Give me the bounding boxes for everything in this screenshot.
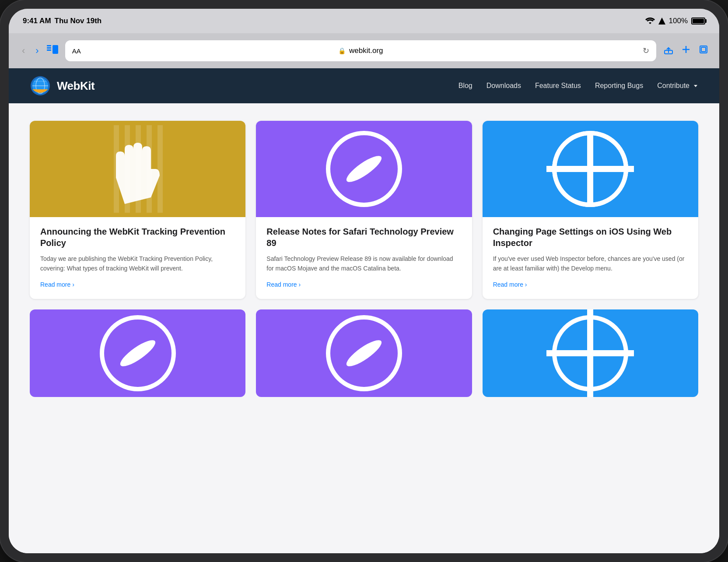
refresh-button[interactable]: ↻ — [643, 46, 649, 56]
card-3-desc: If you've ever used Web Inspector before… — [493, 254, 688, 274]
time: 9:41 AM — [23, 17, 51, 25]
webkit-logo[interactable]: WebKit — [30, 75, 94, 96]
card-2-title: Release Notes for Safari Technology Prev… — [266, 226, 461, 249]
bottom-cards-row — [30, 309, 698, 397]
lock-icon: 🔒 — [338, 47, 346, 54]
crosshair-icon-2 — [546, 309, 634, 397]
browser-actions — [663, 44, 709, 57]
battery-percent: 100% — [669, 17, 688, 25]
svg-rect-22 — [158, 125, 163, 213]
battery-fill — [693, 19, 704, 23]
back-button[interactable]: ‹ — [19, 42, 28, 59]
nav-contribute[interactable]: Contribute — [657, 82, 698, 90]
url-text: webkit.org — [349, 46, 383, 55]
card-2-image — [256, 121, 472, 217]
wifi-icon — [645, 18, 655, 25]
website-content: WebKit Blog Downloads Feature Status Rep… — [9, 68, 719, 553]
card-3-title: Changing Page Settings on iOS Using Web … — [493, 226, 688, 249]
device-screen: 9:41 AM Thu Nov 19th 100% — [9, 9, 719, 553]
date: Thu Nov 19th — [55, 17, 102, 25]
status-left: 9:41 AM Thu Nov 19th — [23, 17, 102, 25]
webkit-logo-icon — [30, 75, 51, 96]
tabs-button[interactable] — [698, 44, 709, 57]
card-2-read-more[interactable]: Read more — [266, 281, 301, 288]
content-area: Announcing the WebKit Tracking Preventio… — [9, 103, 719, 553]
card-6 — [483, 309, 698, 397]
card-2-body: Release Notes for Safari Technology Prev… — [256, 217, 472, 299]
svg-rect-9 — [701, 47, 706, 52]
card-safari-preview: Release Notes for Safari Technology Prev… — [256, 121, 472, 299]
svg-marker-0 — [658, 18, 665, 25]
card-1-body: Announcing the WebKit Tracking Preventio… — [30, 217, 245, 299]
cards-grid: Announcing the WebKit Tracking Preventio… — [30, 121, 698, 299]
card-1-read-more[interactable]: Read more — [40, 281, 74, 288]
reader-button[interactable] — [47, 45, 58, 56]
card-1-title: Announcing the WebKit Tracking Preventio… — [40, 226, 235, 249]
svg-marker-16 — [694, 85, 697, 87]
hand-icon — [101, 125, 175, 213]
compass-icon-2 — [94, 309, 182, 397]
svg-rect-42 — [587, 309, 593, 397]
svg-rect-4 — [52, 45, 58, 54]
webkit-logo-text: WebKit — [57, 79, 94, 93]
card-3-read-more[interactable]: Read more — [493, 281, 527, 288]
card-2-desc: Safari Technology Preview Release 89 is … — [266, 254, 461, 274]
nav-reporting-bugs[interactable]: Reporting Bugs — [595, 82, 643, 90]
webkit-navigation: WebKit Blog Downloads Feature Status Rep… — [9, 68, 719, 103]
aa-label[interactable]: AA — [72, 47, 81, 55]
forward-button[interactable]: › — [33, 42, 41, 59]
card-3-body: Changing Page Settings on iOS Using Web … — [483, 217, 698, 299]
browser-chrome: ‹ › AA 🔒 webkit.org ↻ — [9, 33, 719, 68]
card-1-desc: Today we are publishing the WebKit Track… — [40, 254, 235, 274]
nav-downloads[interactable]: Downloads — [486, 82, 521, 90]
card-1-image — [30, 121, 245, 217]
card-web-inspector: Changing Page Settings on iOS Using Web … — [483, 121, 698, 299]
card-4 — [30, 309, 245, 397]
compass-icon-3 — [320, 309, 408, 397]
card-5 — [256, 309, 472, 397]
battery-icon — [691, 18, 705, 25]
webkit-menu: Blog Downloads Feature Status Reporting … — [458, 82, 698, 90]
svg-rect-3 — [47, 49, 51, 51]
status-right: 100% — [645, 17, 705, 25]
nav-feature-status[interactable]: Feature Status — [535, 82, 581, 90]
svg-rect-32 — [587, 133, 593, 205]
card-tracking-prevention: Announcing the WebKit Tracking Preventio… — [30, 121, 245, 299]
status-bar: 9:41 AM Thu Nov 19th 100% — [9, 9, 719, 33]
share-button[interactable] — [663, 44, 674, 57]
add-tab-button[interactable] — [681, 44, 691, 57]
crosshair-icon — [546, 121, 634, 217]
ipad-frame: 9:41 AM Thu Nov 19th 100% — [0, 0, 728, 562]
nav-buttons: ‹ › — [19, 42, 58, 59]
nav-blog[interactable]: Blog — [458, 82, 472, 90]
svg-rect-1 — [47, 45, 51, 46]
address-bar[interactable]: AA 🔒 webkit.org ↻ — [65, 40, 656, 61]
card-3-image — [483, 121, 698, 217]
signal-icon — [658, 18, 665, 25]
compass-icon — [320, 121, 408, 217]
svg-rect-2 — [47, 47, 51, 49]
